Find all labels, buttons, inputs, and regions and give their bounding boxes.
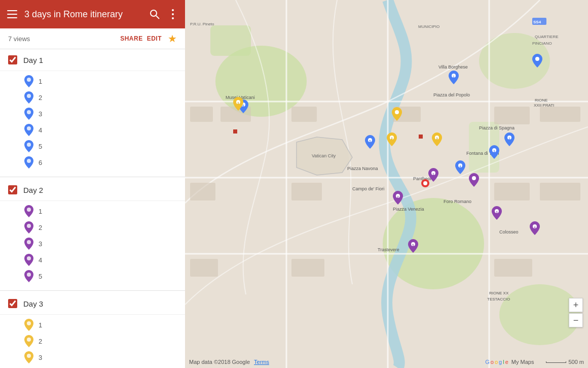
svg-point-17 (27, 256, 31, 260)
location-number: 2 (39, 224, 46, 231)
location-number: 3 (39, 240, 46, 248)
map-svg: Vatican City Musei Vaticani Villa Borghe… (185, 0, 588, 368)
list-item[interactable]: 2 (0, 89, 185, 106)
page-title: 3 days in Rome itinerary (24, 9, 142, 20)
list-item[interactable]: 3 (0, 349, 185, 365)
day-3-label: Day 3 (23, 299, 43, 308)
svg-text:Foro Romano: Foro Romano (444, 199, 471, 204)
location-number: 2 (39, 338, 46, 345)
terms-link[interactable]: Terms (254, 359, 269, 365)
map-pin-red[interactable] (421, 179, 429, 187)
views-count: 7 views (8, 35, 114, 43)
location-number: 3 (39, 110, 46, 118)
list-item[interactable]: 3 (0, 106, 185, 122)
marker-red-2 (419, 135, 423, 139)
svg-point-9 (27, 94, 31, 98)
day-2-locations: 1 2 3 4 (0, 201, 185, 288)
location-number: 6 (39, 159, 46, 166)
location-number: 5 (39, 273, 46, 280)
svg-point-104 (423, 181, 427, 185)
divider (0, 290, 185, 291)
svg-point-18 (27, 273, 31, 277)
svg-text:Campo de' Fiori: Campo de' Fiori (352, 186, 384, 191)
svg-rect-0 (7, 10, 17, 11)
pin-icon (24, 92, 33, 103)
day-3-checkbox[interactable] (8, 299, 17, 308)
location-number: 1 (39, 208, 46, 215)
day-2-label: Day 2 (23, 186, 43, 194)
svg-text:Villa Borghese: Villa Borghese (438, 64, 468, 70)
list-item[interactable]: 2 (0, 333, 185, 349)
list-item[interactable]: 3 (0, 236, 185, 252)
svg-rect-1 (7, 14, 17, 15)
svg-point-19 (27, 321, 31, 325)
svg-rect-35 (190, 107, 213, 122)
pin-icon (24, 124, 33, 136)
search-icon[interactable] (149, 8, 161, 20)
list-item[interactable]: 6 (0, 154, 185, 171)
zoom-out-button[interactable]: − (569, 313, 583, 327)
svg-text:Piazza Venezia: Piazza Venezia (393, 207, 424, 212)
svg-text:QUARTIERE: QUARTIERE (535, 35, 559, 39)
svg-rect-41 (190, 183, 215, 200)
sidebar: 3 days in Rome itinerary 7 views SHARE E… (0, 0, 185, 368)
list-item[interactable]: 5 (0, 268, 185, 284)
location-number: 4 (39, 126, 46, 134)
svg-text:Piazza di Spagna: Piazza di Spagna (479, 125, 514, 130)
app-header: 3 days in Rome itinerary (0, 0, 185, 28)
list-item[interactable]: 1 (0, 73, 185, 89)
divider (0, 177, 185, 177)
google-logo: Google My Maps (485, 359, 534, 365)
map-area[interactable]: Vatican City Musei Vaticani Villa Borghe… (185, 0, 588, 368)
map-footer: Map data ©2018 Google Terms Google My Ma… (185, 356, 588, 368)
day-1-checkbox[interactable] (8, 55, 17, 64)
day-2-checkbox[interactable] (8, 185, 17, 194)
svg-line-4 (156, 16, 159, 19)
svg-text:P.R.U. Pineto: P.R.U. Pineto (190, 22, 214, 26)
pin-icon (24, 222, 33, 233)
pin-icon (24, 352, 33, 363)
svg-point-21 (27, 354, 31, 358)
location-number: 5 (39, 143, 46, 150)
svg-point-13 (27, 159, 31, 163)
list-item[interactable]: 4 (0, 122, 185, 138)
svg-rect-37 (291, 107, 317, 122)
pin-icon (24, 76, 33, 87)
svg-text:SS4: SS4 (533, 20, 541, 24)
svg-point-20 (27, 338, 31, 342)
location-number: 2 (39, 94, 46, 102)
svg-text:RIONE: RIONE (535, 98, 547, 103)
svg-text:Piazza Navona: Piazza Navona (347, 166, 378, 171)
location-number: 1 (39, 321, 46, 329)
menu-icon[interactable] (6, 8, 18, 20)
map-controls: + − (569, 298, 583, 327)
share-button[interactable]: SHARE (120, 35, 143, 42)
list-item[interactable]: 1 (0, 203, 185, 219)
list-item[interactable]: 2 (0, 219, 185, 236)
svg-point-14 (27, 208, 31, 212)
svg-rect-39 (494, 107, 530, 124)
svg-text:Piazza del Popolo: Piazza del Popolo (433, 92, 470, 97)
pin-icon (24, 141, 33, 152)
svg-point-102 (395, 110, 399, 114)
day-1-locations: 1 2 3 4 (0, 71, 185, 175)
location-number: 1 (39, 78, 46, 85)
svg-text:Trastevere: Trastevere (378, 247, 399, 252)
list-item[interactable]: 4 (0, 252, 185, 268)
zoom-in-button[interactable]: + (569, 298, 583, 312)
edit-button[interactable]: EDIT (147, 35, 162, 42)
svg-point-3 (151, 10, 157, 16)
list-item[interactable]: 1 (0, 317, 185, 333)
svg-point-95 (472, 176, 476, 180)
svg-rect-25 (210, 25, 251, 56)
svg-rect-42 (291, 183, 322, 200)
more-options-icon[interactable] (167, 8, 179, 20)
svg-text:TESTACCIO: TESTACCIO (487, 297, 510, 302)
svg-point-16 (27, 240, 31, 244)
pin-icon (24, 336, 33, 347)
star-icon[interactable]: ★ (168, 32, 177, 45)
day-3-section: Day 3 1 2 (0, 293, 185, 368)
svg-point-6 (172, 13, 174, 15)
list-item[interactable]: 5 (0, 138, 185, 154)
pin-icon (24, 271, 33, 282)
